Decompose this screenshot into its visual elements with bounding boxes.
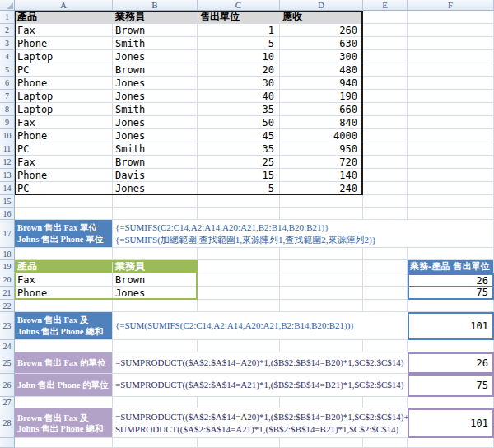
empty-cell[interactable] bbox=[363, 287, 408, 300]
cell-units[interactable]: 5 bbox=[198, 182, 280, 195]
row-header[interactable]: 16 bbox=[0, 208, 15, 220]
row-header[interactable]: 25 bbox=[0, 352, 15, 374]
empty-cell[interactable] bbox=[408, 116, 494, 129]
empty-cell[interactable] bbox=[280, 438, 363, 448]
row-header[interactable]: 13 bbox=[0, 169, 15, 182]
empty-cell[interactable] bbox=[363, 90, 408, 103]
empty-cell[interactable] bbox=[280, 260, 363, 273]
cell-units[interactable]: 1 bbox=[198, 24, 280, 37]
empty-cell[interactable] bbox=[198, 397, 280, 408]
cell-salesperson[interactable]: Jones bbox=[113, 50, 198, 63]
empty-cell[interactable] bbox=[408, 208, 494, 220]
empty-cell[interactable] bbox=[408, 397, 494, 408]
empty-cell[interactable] bbox=[408, 37, 494, 50]
row-header[interactable]: 17 bbox=[0, 220, 15, 248]
empty-cell[interactable] bbox=[198, 248, 280, 260]
cell-receivable[interactable]: 840 bbox=[280, 116, 363, 129]
cell-salesperson[interactable]: Smith bbox=[113, 37, 198, 50]
cell-receivable[interactable]: 480 bbox=[280, 63, 363, 77]
empty-cell[interactable] bbox=[363, 208, 408, 220]
sumproduct-sum-formula-cell[interactable]: =SUMPRODUCT(($A$2:$A$14=A20)*1,($B$2:$B$… bbox=[113, 408, 408, 438]
empty-cell[interactable] bbox=[280, 248, 363, 260]
empty-cell[interactable] bbox=[363, 397, 408, 408]
sumproduct-label-cell[interactable]: John 售出 Phone 的單位 bbox=[15, 374, 113, 397]
cell-salesperson[interactable]: Jones bbox=[113, 129, 198, 142]
empty-cell[interactable] bbox=[363, 103, 408, 116]
empty-cell[interactable] bbox=[280, 208, 363, 220]
row-header[interactable]: 8 bbox=[0, 103, 15, 116]
cell-receivable[interactable]: 260 bbox=[280, 24, 363, 37]
empty-cell[interactable] bbox=[408, 248, 494, 260]
empty-cell[interactable] bbox=[15, 438, 113, 448]
cell-receivable[interactable]: 300 bbox=[280, 50, 363, 63]
select-all-corner[interactable] bbox=[0, 0, 15, 11]
row-header[interactable]: 2 bbox=[0, 24, 15, 37]
cell-units[interactable]: 35 bbox=[198, 103, 280, 116]
empty-cell[interactable] bbox=[408, 142, 494, 156]
cell-salesperson[interactable]: Smith bbox=[113, 103, 198, 116]
empty-cell[interactable] bbox=[363, 63, 408, 77]
empty-cell[interactable] bbox=[408, 77, 494, 90]
row-header[interactable]: 4 bbox=[0, 50, 15, 63]
empty-cell[interactable] bbox=[408, 438, 494, 448]
cell-salesperson[interactable]: Brown bbox=[113, 156, 198, 169]
empty-cell[interactable] bbox=[280, 273, 363, 287]
row-header[interactable] bbox=[0, 438, 15, 448]
cell-units[interactable]: 40 bbox=[198, 90, 280, 103]
cell-product[interactable]: Fax bbox=[15, 156, 113, 169]
criteria-salesperson[interactable]: Brown bbox=[113, 273, 198, 287]
cell-units[interactable]: 25 bbox=[198, 156, 280, 169]
header-units[interactable]: 售出單位 bbox=[198, 11, 280, 24]
sum-label-cell[interactable]: Brown 售出 Fax 及 Johns 售出 Phone 總和 bbox=[15, 312, 113, 340]
cell-units[interactable]: 10 bbox=[198, 50, 280, 63]
sumproduct-formula-cell[interactable]: =SUMPRODUCT(($A$2:$A$14=A21)*1,($B$2:$B$… bbox=[113, 374, 408, 397]
empty-cell[interactable] bbox=[408, 63, 494, 77]
empty-cell[interactable] bbox=[408, 182, 494, 195]
empty-cell[interactable] bbox=[363, 142, 408, 156]
cell-product[interactable]: Laptop bbox=[15, 103, 113, 116]
sumproduct-label-cell[interactable]: Brown 售出 Fax 的單位 bbox=[15, 352, 113, 374]
sumproduct-formula-cell[interactable]: =SUMPRODUCT(($A$2:$A$14=A20)*1,($B$2:$B$… bbox=[113, 352, 408, 374]
result-value-2[interactable]: 75 bbox=[408, 287, 494, 300]
row-header[interactable]: 12 bbox=[0, 156, 15, 169]
sumproduct-sum-value[interactable]: 101 bbox=[408, 408, 494, 438]
cell-receivable[interactable]: 630 bbox=[280, 37, 363, 50]
cell-product[interactable]: PC bbox=[15, 182, 113, 195]
empty-cell[interactable] bbox=[280, 340, 363, 352]
empty-cell[interactable] bbox=[408, 169, 494, 182]
cell-receivable[interactable]: 4000 bbox=[280, 129, 363, 142]
empty-cell[interactable] bbox=[363, 116, 408, 129]
empty-cell[interactable] bbox=[363, 300, 408, 312]
cell-product[interactable]: Laptop bbox=[15, 50, 113, 63]
empty-cell[interactable] bbox=[198, 208, 280, 220]
column-header-c[interactable]: C bbox=[198, 0, 280, 11]
row-header[interactable]: 6 bbox=[0, 77, 15, 90]
empty-cell[interactable] bbox=[363, 438, 408, 448]
empty-cell[interactable] bbox=[280, 397, 363, 408]
header-receivable[interactable]: 應收 bbox=[280, 11, 363, 24]
results-header[interactable]: 業務-產品 售出單位 bbox=[408, 260, 494, 273]
row-header[interactable]: 11 bbox=[0, 142, 15, 156]
row-header[interactable]: 14 bbox=[0, 182, 15, 195]
cell-product[interactable]: Phone bbox=[15, 129, 113, 142]
row-header[interactable]: 5 bbox=[0, 63, 15, 77]
cell-units[interactable]: 15 bbox=[198, 169, 280, 182]
sumifs-label-cell[interactable]: Brown 售出 Fax 單位 Johns 售出 Phone 單位 bbox=[15, 220, 113, 248]
cell-salesperson[interactable]: Jones bbox=[113, 90, 198, 103]
empty-cell[interactable] bbox=[15, 208, 113, 220]
sumifs-formula-cell[interactable]: {=SUMIFS(C2:C14,A2:A14,A20:A21,B2:B14,B2… bbox=[113, 220, 408, 248]
row-header[interactable]: 26 bbox=[0, 374, 15, 397]
cell-receivable[interactable]: 950 bbox=[280, 142, 363, 156]
sumproduct-value[interactable]: 75 bbox=[408, 374, 494, 397]
cell-receivable[interactable]: 940 bbox=[280, 77, 363, 90]
sum-formula-cell[interactable]: {=SUM(SUMIFS(C2:C14,A2:A14,A20:A21,B2:B1… bbox=[113, 312, 408, 340]
sumproduct-value[interactable]: 26 bbox=[408, 352, 494, 374]
empty-cell[interactable] bbox=[15, 300, 113, 312]
empty-cell[interactable] bbox=[198, 340, 280, 352]
empty-cell[interactable] bbox=[363, 340, 408, 352]
empty-cell[interactable] bbox=[198, 438, 280, 448]
cell-receivable[interactable]: 190 bbox=[280, 90, 363, 103]
empty-cell[interactable] bbox=[280, 300, 363, 312]
cell-receivable[interactable]: 140 bbox=[280, 169, 363, 182]
criteria-header-product[interactable]: 產品 bbox=[15, 260, 113, 273]
